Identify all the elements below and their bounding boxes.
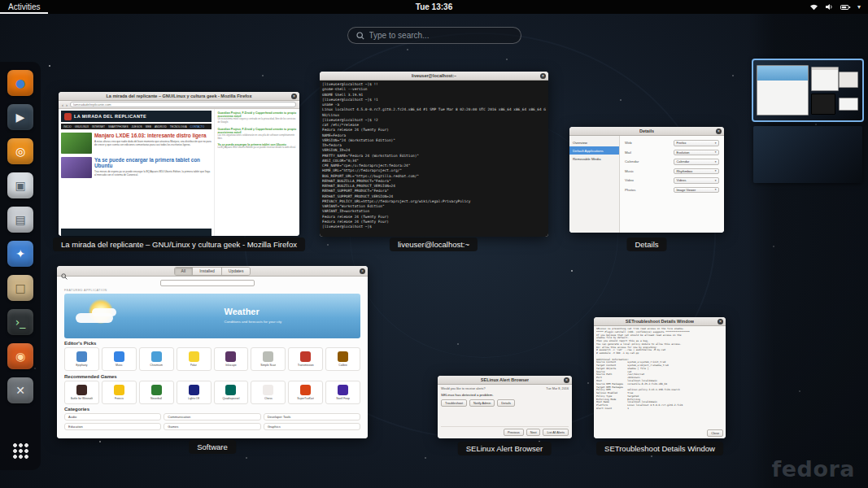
- workspace-thumbnail-2[interactable]: [753, 126, 862, 183]
- dash-item-software[interactable]: ✦: [7, 241, 33, 267]
- default-app-dropdown[interactable]: Calendar▾: [674, 159, 719, 165]
- featured-banner-weather[interactable]: Weather Conditions and forecasts for you…: [64, 294, 360, 338]
- site-nav-item[interactable]: WEB: [146, 125, 151, 129]
- site-nav-item[interactable]: INTERNET: [92, 125, 105, 129]
- software-tab-updates[interactable]: Updates: [222, 268, 251, 275]
- recommended-games-section: Recommended Games Battle for WesnothFree…: [64, 374, 360, 404]
- featured-caption: Featured Application: [64, 289, 360, 292]
- category-button[interactable]: Developer Tools: [264, 413, 360, 420]
- dash-item-show-applications[interactable]: [7, 438, 33, 464]
- article-title[interactable]: Ya se puede encargar la primera tablet c…: [94, 157, 212, 168]
- category-button[interactable]: Audio: [64, 413, 161, 420]
- site-nav-item[interactable]: CONTACTO: [190, 125, 205, 129]
- activities-button[interactable]: Activities: [0, 0, 48, 14]
- site-sidebar: Guardian Project, F-Droid y Copperhead c…: [214, 109, 299, 236]
- default-app-dropdown[interactable]: Rhythmbox▾: [674, 168, 719, 175]
- site-nav-item[interactable]: GNU/LINUX: [75, 125, 89, 129]
- settings-sidebar-item[interactable]: Default Applications: [569, 146, 619, 155]
- recommended-game-tile[interactable]: Chess: [251, 381, 286, 404]
- chevron-down-icon: ▾: [715, 169, 717, 172]
- recommended-game-tile[interactable]: SuperTuxKart: [288, 381, 323, 404]
- window-software[interactable]: AllInstalledUpdates × Featured Applicati…: [57, 266, 368, 438]
- dash-item-tools[interactable]: ✕: [7, 377, 33, 403]
- article-title[interactable]: Manjaro LXDE 16.03: interesante distro l…: [94, 133, 212, 138]
- category-button[interactable]: Games: [164, 423, 260, 430]
- default-app-dropdown[interactable]: Image Viewer▾: [674, 187, 719, 194]
- alert-button[interactable]: Troubleshoot: [441, 399, 467, 407]
- dash-item-media-writer[interactable]: ◉: [7, 343, 33, 369]
- default-app-dropdown[interactable]: Firefox▾: [674, 140, 719, 146]
- alert-nav-button[interactable]: Previous: [504, 429, 524, 436]
- close-icon[interactable]: ×: [718, 319, 723, 325]
- default-app-dropdown[interactable]: Videos▾: [674, 177, 719, 184]
- list-all-alerts-button[interactable]: List All Alerts: [543, 429, 569, 436]
- window-setroubleshoot-details[interactable]: SETroubleshoot Details Window × SELinux …: [594, 317, 726, 438]
- mini-window-firefox: [811, 67, 839, 91]
- forward-icon[interactable]: ›: [66, 102, 68, 107]
- close-icon[interactable]: ×: [540, 73, 546, 79]
- site-nav-item[interactable]: INICIO: [63, 125, 72, 129]
- editors-pick-tile[interactable]: Epiphany: [64, 347, 99, 371]
- dash-item-terminal[interactable]: ›_: [7, 309, 33, 335]
- site-nav-item[interactable]: SMARTPHONES: [108, 125, 129, 129]
- editors-pick-tile[interactable]: Chromium: [139, 347, 174, 371]
- editors-pick-tile[interactable]: Simple Scan: [251, 347, 286, 371]
- dash-item-firefox[interactable]: ●: [7, 70, 33, 96]
- editors-pick-tile[interactable]: Music: [102, 347, 137, 371]
- editors-pick-tile[interactable]: Calibre: [325, 347, 360, 371]
- category-button[interactable]: Graphics: [264, 423, 360, 430]
- dash: ●▶◎▣▤✦□›_◉✕: [0, 62, 41, 470]
- network-wireless-icon: [809, 3, 818, 11]
- settings-sidebar-item[interactable]: Overview: [569, 138, 619, 146]
- search-icon[interactable]: [61, 268, 68, 283]
- clock-button[interactable]: Tue 13:36: [416, 2, 452, 11]
- settings-sidebar-item[interactable]: Removable Media: [569, 155, 619, 163]
- dash-item-photos[interactable]: ▣: [7, 172, 33, 198]
- window-selinux-alert-browser[interactable]: SELinux Alert Browser × Would you like t…: [438, 376, 572, 438]
- article-body: A estas alturas creo que nadie duda del …: [94, 140, 212, 146]
- search-input[interactable]: [369, 31, 513, 40]
- software-tab-installed[interactable]: Installed: [193, 268, 222, 275]
- close-icon[interactable]: ×: [360, 268, 365, 274]
- recommended-game-tile[interactable]: Quadrapassel: [214, 381, 249, 404]
- window-label-details: Details: [626, 237, 666, 251]
- window-firefox[interactable]: La mirada del replicante – GNU/Linux y c…: [59, 92, 299, 236]
- recommended-game-tile[interactable]: Freeciv: [102, 381, 137, 404]
- close-icon[interactable]: ×: [716, 129, 722, 134]
- default-app-dropdown[interactable]: Evolution▾: [674, 150, 719, 156]
- dash-item-boxes[interactable]: □: [7, 275, 33, 301]
- back-icon[interactable]: ‹: [62, 102, 63, 107]
- window-terminal[interactable]: liveuser@localhost:~ × [liveuser@localho…: [320, 72, 548, 237]
- titlebar: SELinux Alert Browser ×: [438, 376, 572, 385]
- editors-pick-tile[interactable]: Inkscape: [214, 347, 249, 371]
- alert-button[interactable]: Notify Admin: [469, 399, 495, 407]
- recommended-game-tile[interactable]: Swell Foop: [325, 381, 360, 404]
- editors-pick-tile[interactable]: Transmission: [288, 347, 323, 371]
- search-bar[interactable]: [347, 27, 521, 44]
- window-details[interactable]: Details × OverviewDefault ApplicationsRe…: [569, 127, 724, 233]
- app-name: Freeciv: [115, 397, 124, 400]
- editors-pick-tile[interactable]: Polari: [177, 347, 212, 371]
- recommended-game-tile[interactable]: Neverball: [139, 381, 174, 404]
- url-bar[interactable]: [70, 102, 296, 107]
- close-icon[interactable]: ×: [291, 94, 297, 99]
- app-icon: [225, 385, 236, 395]
- workspace-thumbnail-1[interactable]: [753, 60, 862, 120]
- dash-item-documents[interactable]: ▤: [7, 207, 33, 233]
- category-button[interactable]: Communication: [164, 413, 260, 420]
- recommended-game-tile[interactable]: Battle for Wesnoth: [64, 381, 99, 404]
- site-nav-item[interactable]: TECNOLOGÍA: [170, 125, 187, 129]
- alert-nav-button[interactable]: Next: [526, 429, 541, 436]
- recommended-game-tile[interactable]: Lights Off: [177, 381, 212, 404]
- dash-item-shotwell[interactable]: ◎: [7, 138, 33, 164]
- site-nav-item[interactable]: JUEGOS: [132, 125, 142, 129]
- system-status-area[interactable]: ▾: [809, 3, 868, 11]
- software-tab-all[interactable]: All: [175, 268, 194, 275]
- close-button[interactable]: Close: [707, 429, 723, 437]
- software-search-entry[interactable]: [160, 280, 255, 286]
- close-icon[interactable]: ×: [564, 377, 569, 383]
- category-button[interactable]: Education: [64, 423, 161, 430]
- alert-button[interactable]: Details: [497, 399, 515, 407]
- dash-item-videos[interactable]: ▶: [7, 104, 33, 130]
- site-nav-item[interactable]: ANDROID: [155, 125, 167, 129]
